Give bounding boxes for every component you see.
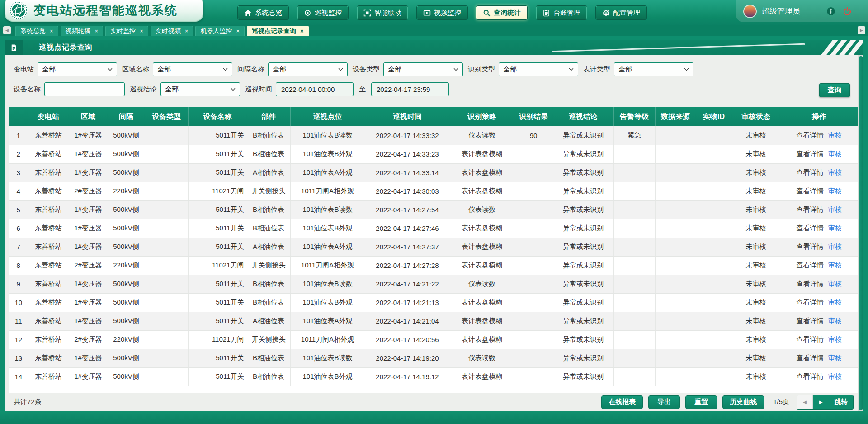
tab-0[interactable]: 系统总览×: [15, 26, 58, 36]
table-row[interactable]: 5东善桥站1#变压器500kV侧5011开关B相油位表101油位表B读数2022…: [9, 200, 858, 219]
audit-link[interactable]: 审核: [828, 243, 842, 250]
view-detail-link[interactable]: 查看详情: [797, 335, 824, 343]
table-row[interactable]: 11东善桥站1#变压器500kV侧5011开关A相油位表101油位表A外观202…: [9, 312, 858, 330]
audit-link[interactable]: 审核: [828, 131, 842, 139]
view-detail-link[interactable]: 查看详情: [797, 168, 824, 176]
audit-link[interactable]: 审核: [828, 317, 842, 324]
tab-scroll-left-icon[interactable]: ◀: [3, 26, 11, 34]
recog-type-select[interactable]: 全部: [499, 62, 578, 76]
audit-link[interactable]: 审核: [828, 298, 842, 306]
column-header[interactable]: 变电站: [28, 107, 69, 126]
view-detail-link[interactable]: 查看详情: [797, 205, 824, 213]
tab-1[interactable]: 视频轮播×: [61, 26, 104, 36]
view-detail-link[interactable]: 查看详情: [797, 280, 824, 287]
table-row[interactable]: 12东善桥站2#变压器220kV侧11021刀闸开关侧接头1011刀闸A相外观2…: [9, 330, 858, 349]
nav-patrol-button[interactable]: 巡视监控: [297, 6, 348, 19]
meter-type-select[interactable]: 全部: [614, 62, 693, 76]
view-detail-link[interactable]: 查看详情: [797, 298, 824, 306]
audit-link[interactable]: 审核: [828, 372, 842, 380]
jump-button[interactable]: 跳转: [829, 395, 853, 409]
column-header[interactable]: 间隔: [108, 107, 145, 126]
audit-link[interactable]: 审核: [828, 224, 842, 232]
reset-button[interactable]: 重置: [685, 395, 717, 409]
vertical-scrollbar[interactable]: [858, 55, 863, 411]
view-detail-link[interactable]: 查看详情: [797, 372, 824, 380]
view-detail-link[interactable]: 查看详情: [797, 317, 824, 324]
audit-link[interactable]: 审核: [828, 335, 842, 343]
view-detail-link[interactable]: 查看详情: [797, 354, 824, 362]
power-icon[interactable]: [843, 7, 852, 16]
view-detail-link[interactable]: 查看详情: [797, 261, 824, 269]
tab-4[interactable]: 机器人监控×: [195, 26, 245, 36]
view-detail-link[interactable]: 查看详情: [797, 224, 824, 232]
column-header[interactable]: 识别策略: [450, 107, 514, 126]
nav-video-button[interactable]: 视频监控: [417, 6, 467, 19]
column-header[interactable]: 部件: [247, 107, 290, 126]
audit-link[interactable]: 审核: [828, 187, 842, 195]
history-curve-button[interactable]: 历史曲线: [722, 395, 764, 409]
nav-overview-button[interactable]: 系统总览: [238, 6, 288, 19]
avatar[interactable]: [743, 5, 757, 18]
column-header[interactable]: 巡视时间: [365, 107, 450, 126]
audit-link[interactable]: 审核: [828, 280, 842, 287]
column-header[interactable]: 审核状态: [732, 107, 780, 126]
next-page-icon[interactable]: ▶: [813, 395, 829, 409]
audit-link[interactable]: 审核: [828, 354, 842, 362]
column-header[interactable]: 数据来源: [655, 107, 696, 126]
time-from-input[interactable]: 2022-04-01 00:00: [276, 82, 354, 96]
audit-link[interactable]: 审核: [828, 205, 842, 213]
device-name-input[interactable]: [44, 82, 125, 96]
audit-link[interactable]: 审核: [828, 168, 842, 176]
table-row[interactable]: 1东善桥站1#变压器500kV侧5011开关B相油位表101油位表B读数2022…: [9, 126, 858, 145]
online-report-button[interactable]: 在线报表: [601, 395, 643, 409]
view-detail-link[interactable]: 查看详情: [797, 131, 824, 139]
export-button[interactable]: 导出: [648, 395, 680, 409]
nav-config-button[interactable]: 配置管理: [596, 6, 646, 19]
audit-link[interactable]: 审核: [828, 150, 842, 157]
conclusion-select[interactable]: 全部: [160, 82, 240, 96]
table-row[interactable]: 2东善桥站1#变压器500kV侧5011开关B相油位表101油位表B外观2022…: [9, 145, 858, 163]
view-detail-link[interactable]: 查看详情: [797, 187, 824, 195]
tab-2[interactable]: 实时监控×: [105, 26, 148, 36]
tab-3[interactable]: 实时视频×: [151, 26, 193, 36]
close-icon[interactable]: ×: [300, 28, 304, 34]
table-row[interactable]: 14东善桥站1#变压器500kV侧5011开关B相油位表101油位表B外观202…: [9, 367, 858, 386]
nav-ledger-button[interactable]: 台账管理: [536, 6, 587, 19]
column-header[interactable]: 设备名称: [188, 107, 247, 126]
view-detail-link[interactable]: 查看详情: [797, 150, 824, 157]
column-header[interactable]: [9, 107, 28, 126]
table-row[interactable]: 7东善桥站1#变压器500kV侧5011开关A相油位表101油位表A外观2022…: [9, 238, 858, 256]
column-header[interactable]: 实物ID: [696, 107, 732, 126]
scrollbar-thumb[interactable]: [859, 56, 863, 410]
nav-linkage-button[interactable]: 智能联动: [357, 6, 408, 19]
close-icon[interactable]: ×: [185, 28, 189, 34]
table-row[interactable]: 3东善桥站1#变压器500kV侧5011开关A相油位表101油位表A外观2022…: [9, 163, 858, 182]
info-icon[interactable]: [826, 7, 835, 16]
close-icon[interactable]: ×: [236, 28, 240, 34]
table-row[interactable]: 9东善桥站1#变压器500kV侧5011开关B相油位表101油位表B读数2022…: [9, 275, 858, 293]
area-name-select[interactable]: 全部: [153, 62, 232, 76]
tab-scroll-right-icon[interactable]: ▶: [858, 26, 865, 34]
close-icon[interactable]: ×: [140, 28, 143, 34]
station-select[interactable]: 全部: [38, 62, 117, 76]
column-header[interactable]: 区域: [69, 107, 108, 126]
column-header[interactable]: 设备类型: [145, 107, 188, 126]
bay-name-select[interactable]: 全部: [268, 62, 348, 76]
time-to-input[interactable]: 2022-04-17 23:59: [371, 82, 449, 96]
close-icon[interactable]: ×: [95, 28, 99, 34]
tab-5[interactable]: 巡视点记录查询×: [247, 26, 309, 36]
column-header[interactable]: 告警等级: [613, 107, 655, 126]
query-button[interactable]: 查询: [819, 83, 850, 97]
view-detail-link[interactable]: 查看详情: [797, 243, 824, 250]
table-row[interactable]: 6东善桥站1#变压器500kV侧5011开关B相油位表101油位表B外观2022…: [9, 219, 858, 238]
close-icon[interactable]: ×: [50, 28, 53, 34]
audit-link[interactable]: 审核: [828, 261, 842, 269]
column-header[interactable]: 识别结果: [514, 107, 553, 126]
table-row[interactable]: 10东善桥站1#变压器500kV侧5011开关B相油位表101油位表B外观202…: [9, 293, 858, 312]
column-header[interactable]: 巡视点位: [290, 107, 365, 126]
table-row[interactable]: 8东善桥站2#变压器220kV侧11021刀闸开关侧接头1011刀闸A相外观20…: [9, 256, 858, 275]
table-row[interactable]: 13东善桥站1#变压器500kV侧5011开关B相油位表101油位表B读数202…: [9, 349, 858, 367]
prev-page-icon[interactable]: ◀: [797, 395, 813, 409]
table-row[interactable]: 4东善桥站2#变压器220kV侧11021刀闸开关侧接头1011刀闸A相外观20…: [9, 182, 858, 200]
column-header[interactable]: 操作: [780, 107, 858, 126]
